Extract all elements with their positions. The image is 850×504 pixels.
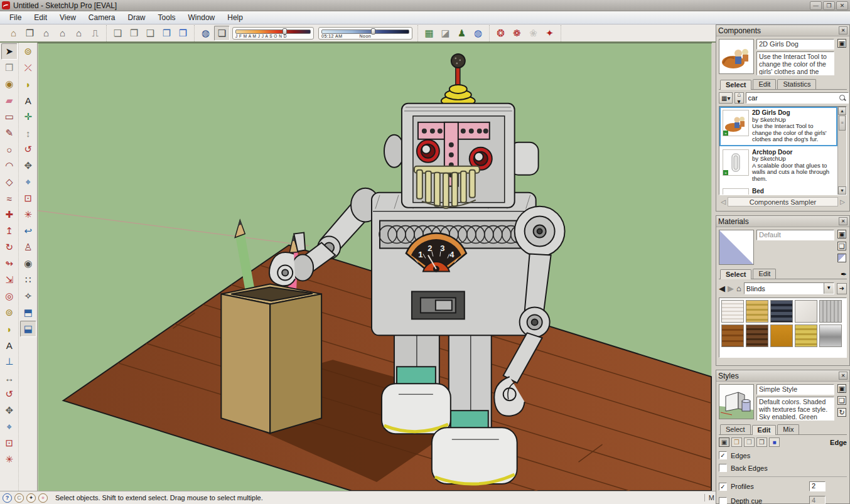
- create-material-icon[interactable]: ❏: [837, 242, 846, 250]
- components-library-label[interactable]: Components Sampler: [728, 197, 838, 206]
- material-swatch-wood-dark-slats[interactable]: [746, 324, 768, 347]
- wireframe-mode-icon[interactable]: ❐: [126, 26, 142, 41]
- google-earth-icon[interactable]: ◍: [470, 26, 486, 41]
- zoom-tool[interactable]: ⌖: [1, 419, 18, 435]
- material-swatch-blinds-gray-vertical[interactable]: [819, 300, 842, 323]
- search-icon[interactable]: [839, 95, 846, 102]
- material-swatch-wood-brown[interactable]: [721, 324, 744, 347]
- styles-close-icon[interactable]: ✕: [839, 372, 847, 380]
- components-close-icon[interactable]: ✕: [839, 26, 847, 35]
- components-scrollbar[interactable]: ▲ ≡ ▼: [837, 107, 846, 195]
- polygon-tool[interactable]: ◇: [1, 174, 18, 190]
- view-left-icon[interactable]: ⎍: [87, 26, 103, 41]
- scale-tool[interactable]: ⇲: [1, 272, 18, 288]
- section-plane-tool[interactable]: ⬒: [20, 304, 36, 321]
- view-front-icon[interactable]: ⌂: [38, 26, 54, 41]
- material-swatch-blinds-sheer[interactable]: [795, 300, 817, 323]
- modeling-settings-icon[interactable]: ■: [769, 437, 780, 447]
- shadow-settings-icon[interactable]: ◍: [198, 26, 213, 41]
- textured-mode-icon[interactable]: ❒: [175, 26, 191, 41]
- tape-measure-tool[interactable]: ⊚: [1, 304, 18, 321]
- claim-credit-status-icon[interactable]: C: [14, 493, 24, 503]
- styles-tab-select[interactable]: Select: [720, 424, 751, 434]
- background-settings-icon[interactable]: ❒: [744, 437, 755, 447]
- freehand-tool[interactable]: ≈: [1, 190, 18, 206]
- components-panel-titlebar[interactable]: Components ✕: [716, 25, 849, 36]
- compass-tool[interactable]: ✧: [20, 288, 36, 304]
- text-tool-b[interactable]: A: [20, 92, 36, 109]
- xray-mode-icon[interactable]: ❏: [110, 26, 126, 41]
- materials-tab-select[interactable]: Select: [720, 269, 751, 279]
- line-tool[interactable]: ✎: [1, 125, 18, 141]
- checkbox-edges[interactable]: ✓: [719, 451, 727, 459]
- arc-tool[interactable]: ◠: [1, 158, 18, 174]
- dropdown-arrow-icon[interactable]: ▼: [824, 283, 834, 294]
- move-axes-tool[interactable]: ✛: [20, 109, 36, 125]
- hiddenline-mode-icon[interactable]: ❑: [143, 26, 158, 41]
- close-button[interactable]: ✕: [836, 1, 848, 10]
- view-right-icon[interactable]: ⌂: [55, 26, 70, 41]
- follow-me-tool[interactable]: ↬: [1, 255, 18, 272]
- components-tab-edit[interactable]: Edit: [753, 79, 776, 89]
- zoom-previous-tool[interactable]: ↩: [20, 223, 36, 239]
- paint-bucket-tool[interactable]: ◉: [1, 76, 18, 92]
- value-field-profiles[interactable]: 2: [809, 481, 826, 491]
- shadow-time-slider[interactable]: 05:12 AMNoon06:59 PM: [318, 27, 412, 40]
- menu-file[interactable]: File: [4, 12, 27, 23]
- menu-draw[interactable]: Draw: [122, 12, 151, 23]
- edge-settings-icon[interactable]: ▣: [719, 437, 729, 447]
- position-camera-tool[interactable]: ♙: [20, 239, 36, 255]
- material-swatch-metal-silver[interactable]: [819, 324, 842, 347]
- materials-collection-dropdown[interactable]: Blinds ▼: [744, 282, 834, 294]
- geolocation-status-icon[interactable]: ●: [38, 493, 48, 503]
- photo-textures-icon[interactable]: ♟: [454, 26, 470, 41]
- help-icon[interactable]: ?: [3, 493, 12, 503]
- text-tool[interactable]: A: [1, 337, 18, 353]
- walk-tool[interactable]: ∷: [20, 272, 36, 288]
- watermark-settings-icon[interactable]: ❒: [756, 437, 767, 447]
- share-model-icon[interactable]: ❁: [509, 26, 525, 41]
- eraser-tool[interactable]: ▰: [1, 92, 18, 109]
- menu-tools[interactable]: Tools: [153, 12, 181, 23]
- refresh-style-icon[interactable]: ↻: [837, 408, 846, 417]
- dimension-tool[interactable]: ↔: [1, 370, 18, 386]
- zoom-tool-b[interactable]: ⌖: [20, 174, 36, 190]
- offset-tool[interactable]: ◎: [1, 288, 18, 304]
- section-display-tool[interactable]: ⬓: [20, 321, 36, 337]
- component-description-field[interactable]: Use the Interact Tool to change the colo…: [756, 51, 834, 75]
- shaded-mode-icon[interactable]: ❒: [159, 26, 175, 41]
- value-field-depth-cue[interactable]: 4: [809, 496, 826, 504]
- materials-forward-icon[interactable]: ▶: [728, 284, 734, 293]
- viewport-canvas[interactable]: 1 2 3 4: [38, 43, 712, 491]
- zoom-window-tool[interactable]: ⊡: [1, 435, 18, 451]
- face-settings-icon[interactable]: ❒: [731, 437, 742, 447]
- material-swatch-blinds-yellow[interactable]: [795, 324, 817, 347]
- style-description-field[interactable]: Default colors. Shaded with textures fac…: [756, 397, 834, 421]
- styles-pane-toggle-icon[interactable]: ▣: [837, 384, 846, 393]
- view-top-icon[interactable]: ❒: [22, 26, 38, 41]
- default-material-icon[interactable]: [837, 254, 846, 262]
- pan-tool[interactable]: ✥: [1, 402, 18, 419]
- material-swatch-blinds-gold[interactable]: [746, 300, 768, 323]
- circle-tool[interactable]: ○: [1, 141, 18, 158]
- component-list-item[interactable]: Bedby SketchUpConfigurable Platform Bed: [719, 185, 837, 195]
- protractor-tool-b[interactable]: ◗: [20, 76, 36, 92]
- make-component-tool[interactable]: ❒: [1, 60, 18, 76]
- styles-tab-edit[interactable]: Edit: [752, 425, 777, 435]
- scroll-thumb[interactable]: ≡: [839, 115, 846, 131]
- orbit-tool[interactable]: ↺: [1, 386, 18, 402]
- credits-status-icon[interactable]: ✦: [26, 493, 36, 503]
- restore-button[interactable]: ❐: [823, 1, 835, 10]
- material-swatch-blinds-slate[interactable]: [770, 300, 793, 323]
- component-list-item[interactable]: »Archtop Doorby SketchUpA scalable door …: [719, 146, 837, 186]
- material-swatch-amber[interactable]: [770, 324, 793, 347]
- tape-measure-tool-b[interactable]: ⊚: [20, 43, 36, 60]
- materials-panel-titlebar[interactable]: Materials ✕: [716, 216, 849, 227]
- push-pull-tool[interactable]: ↥: [1, 223, 18, 239]
- select-tool[interactable]: ➤: [1, 43, 18, 60]
- rotate-tool[interactable]: ↻: [1, 239, 18, 255]
- components-prev-library-icon[interactable]: ◁: [719, 198, 728, 205]
- get-models-icon[interactable]: ❂: [493, 26, 508, 41]
- components-next-library-icon[interactable]: ▷: [838, 198, 847, 205]
- materials-close-icon[interactable]: ✕: [839, 217, 847, 225]
